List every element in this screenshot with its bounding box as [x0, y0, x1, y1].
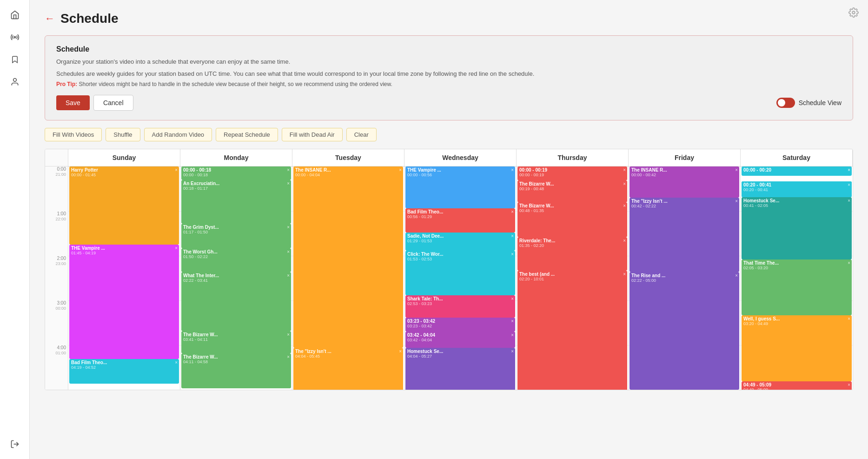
event-time: 03:42 - 04:04 — [407, 338, 508, 342]
settings-icon[interactable] — [848, 7, 859, 20]
event-card[interactable]: Well, I guess S...03:20 - 04:49× — [742, 315, 852, 381]
add-random-button[interactable]: Add Random Video — [144, 128, 212, 141]
event-card[interactable]: Bad Film Theo...04:19 - 04:52× — [69, 359, 179, 384]
time-column: 0:0021:001:0022:002:0023:003:0000:004:00… — [45, 166, 68, 390]
event-close-button[interactable]: × — [399, 349, 402, 354]
sidebar-item-user[interactable] — [6, 73, 24, 91]
event-card[interactable]: THE Vampire ...01:45 - 04:19× — [69, 245, 179, 359]
event-close-button[interactable]: × — [287, 354, 290, 359]
event-close-button[interactable]: × — [848, 260, 850, 266]
event-close-button[interactable]: × — [848, 182, 850, 187]
repeat-schedule-button[interactable]: Repeat Schedule — [216, 128, 278, 141]
event-close-button[interactable]: × — [175, 167, 178, 173]
event-close-button[interactable]: × — [287, 332, 290, 337]
event-card[interactable]: The Bizarre W...04:11 - 04:58× — [181, 353, 291, 388]
schedule-toolbar: Fill With Videos Shuffle Add Random Vide… — [45, 128, 853, 141]
event-card[interactable]: 03:23 - 03:4203:23 - 03:42× — [405, 318, 515, 332]
clear-button[interactable]: Clear — [346, 128, 377, 141]
event-close-button[interactable]: × — [735, 167, 738, 173]
event-close-button[interactable]: × — [623, 203, 626, 208]
svg-point-1 — [13, 79, 16, 82]
event-title: The INSANE R... — [295, 167, 396, 173]
event-close-button[interactable]: × — [399, 167, 402, 173]
event-card[interactable]: 00:00 - 00:1900:00 - 00:19× — [517, 166, 627, 180]
event-close-button[interactable]: × — [175, 360, 178, 365]
save-button[interactable]: Save — [56, 95, 90, 110]
event-card[interactable]: Harry Potter00:00 - 01:45× — [69, 166, 179, 245]
event-card[interactable]: The INSANE R...00:00 - 04:04× — [293, 166, 403, 348]
event-card[interactable]: 00:20 - 00:4100:20 - 00:41× — [742, 181, 852, 197]
back-button[interactable]: ← — [45, 13, 55, 25]
event-card[interactable]: Homestuck Se...04:04 - 05:27× — [405, 348, 515, 390]
event-close-button[interactable]: × — [511, 319, 514, 324]
fill-dead-air-button[interactable]: Fill with Dead Air — [282, 128, 343, 141]
event-card[interactable]: Riverdale: The...01:35 - 02:20× — [517, 237, 627, 271]
event-title: The INSANE R... — [631, 167, 732, 173]
schedule-view-switch[interactable] — [776, 98, 795, 108]
event-close-button[interactable]: × — [511, 167, 514, 173]
event-close-button[interactable]: × — [511, 349, 514, 354]
event-card[interactable]: The Rise and ...02:22 - 05:00× — [629, 272, 739, 390]
sidebar-item-bookmarks[interactable] — [6, 50, 24, 69]
event-card[interactable]: The "Izzy Isn't ...00:42 - 02:22× — [629, 198, 739, 272]
event-card[interactable]: That Time The...02:05 - 03:20× — [742, 259, 852, 315]
event-close-button[interactable]: × — [287, 181, 290, 186]
event-card[interactable]: The Grim Dyst...01:17 - 01:50× — [181, 224, 291, 248]
friday-column: The INSANE R...00:00 - 00:42×The "Izzy I… — [629, 166, 741, 390]
event-close-button[interactable]: × — [623, 167, 626, 173]
event-title: Harry Potter — [71, 167, 172, 173]
event-card[interactable]: The Worst Gh...01:50 - 02:22× — [181, 248, 291, 272]
event-card[interactable]: 00:00 - 00:1800:00 - 00:18× — [181, 166, 291, 180]
event-close-button[interactable]: × — [623, 272, 626, 277]
event-card[interactable]: THE Vampire ...00:00 - 00:56× — [405, 166, 515, 208]
event-card[interactable]: The Bizarre W...00:19 - 00:48× — [517, 180, 627, 202]
event-close-button[interactable]: × — [175, 246, 178, 251]
event-card[interactable]: Bad Film Theo...00:56 - 01:29× — [405, 208, 515, 233]
event-close-button[interactable]: × — [848, 198, 850, 203]
event-close-button[interactable]: × — [511, 296, 514, 301]
event-card[interactable]: The best (and ...02:20 - 10:01× — [517, 271, 627, 390]
event-close-button[interactable]: × — [287, 225, 290, 230]
tuesday-column: The INSANE R...00:00 - 04:04×The "Izzy I… — [292, 166, 404, 390]
event-close-button[interactable]: × — [511, 333, 514, 338]
sidebar-item-home[interactable] — [6, 6, 24, 24]
svg-point-3 — [852, 11, 855, 14]
shuffle-button[interactable]: Shuffle — [106, 128, 140, 141]
event-card[interactable]: What The Inter...02:22 - 03:41× — [181, 272, 291, 331]
event-close-button[interactable]: × — [511, 209, 514, 214]
event-card[interactable]: Click: The Wor...01:53 - 02:53× — [405, 251, 515, 295]
sidebar-item-broadcast[interactable] — [6, 28, 24, 47]
event-card[interactable]: The Bizarre W...00:48 - 01:35× — [517, 202, 627, 237]
event-card[interactable]: The Bizarre W...03:41 - 04:11× — [181, 331, 291, 353]
event-close-button[interactable]: × — [287, 249, 290, 254]
event-card[interactable]: The "Izzy Isn't ...04:04 - 05:45× — [293, 348, 403, 390]
event-card[interactable]: 04:49 - 05:0904:49 - 05:09× — [742, 381, 852, 390]
event-close-button[interactable]: × — [623, 181, 626, 186]
event-close-button[interactable]: × — [623, 238, 626, 243]
sidebar — [0, 0, 30, 459]
event-close-button[interactable]: × — [848, 167, 850, 173]
event-card[interactable]: An Excruciatin...00:18 - 01:17× — [181, 180, 291, 224]
event-card[interactable]: Shark Tale: Th...02:53 - 03:23× — [405, 295, 515, 318]
event-card[interactable]: 03:42 - 04:0403:42 - 04:04× — [405, 332, 515, 348]
event-close-button[interactable]: × — [848, 382, 850, 387]
cancel-button[interactable]: Cancel — [93, 95, 133, 111]
event-title: The Bizarre W... — [519, 203, 620, 208]
schedule-grid: Sunday Monday Tuesday Wednesday Thursday… — [45, 149, 853, 390]
schedule-header: Sunday Monday Tuesday Wednesday Thursday… — [45, 149, 853, 166]
event-close-button[interactable]: × — [511, 252, 514, 257]
event-close-button[interactable]: × — [287, 273, 290, 278]
event-close-button[interactable]: × — [735, 273, 738, 278]
event-close-button[interactable]: × — [287, 167, 290, 173]
fill-videos-button[interactable]: Fill With Videos — [45, 128, 102, 141]
event-time: 01:45 - 04:19 — [71, 251, 172, 255]
event-close-button[interactable]: × — [511, 233, 514, 239]
sidebar-item-logout[interactable] — [6, 435, 24, 453]
event-close-button[interactable]: × — [735, 199, 738, 204]
event-close-button[interactable]: × — [848, 316, 850, 321]
event-card[interactable]: The INSANE R...00:00 - 00:42× — [629, 166, 739, 198]
event-time: 00:00 - 00:56 — [407, 173, 508, 177]
event-card[interactable]: Homestuck Se...00:41 - 02:05× — [742, 197, 852, 259]
event-card[interactable]: 00:00 - 00:20× — [742, 166, 852, 176]
event-card[interactable]: Sadie, Not Dee...01:29 - 01:53× — [405, 233, 515, 250]
